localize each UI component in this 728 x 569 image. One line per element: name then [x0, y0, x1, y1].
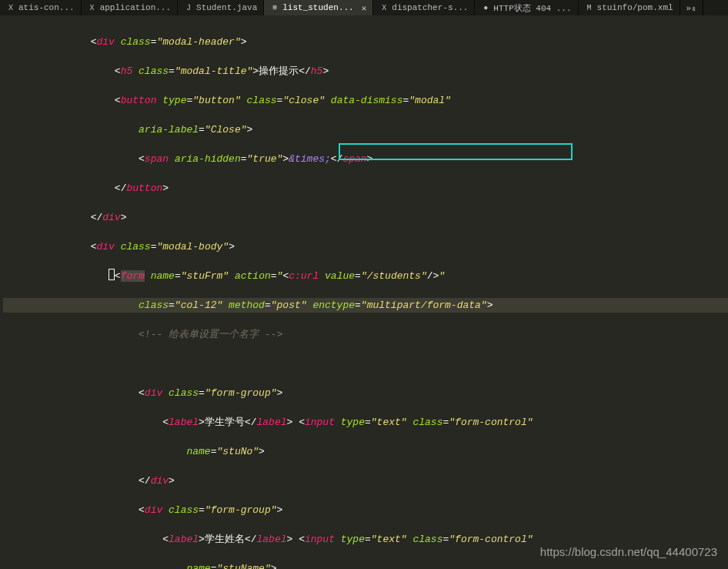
close-icon[interactable]: ✕ [362, 3, 367, 13]
tab-3[interactable]: ≡list_studen...✕ [264, 0, 373, 15]
tab-0[interactable]: Xatis-con... [0, 0, 82, 15]
jsp-icon: ≡ [270, 3, 279, 12]
xml-icon: X [379, 3, 389, 12]
cursor [109, 269, 115, 280]
code-editor[interactable]: <div class="modal-header"> <h5 class="mo… [0, 15, 728, 569]
xml-icon: X [88, 3, 97, 12]
xml-icon: X [6, 3, 15, 12]
tab-overflow[interactable]: »₈ [680, 0, 703, 15]
maven-icon: M [585, 3, 594, 12]
watermark: https://blog.csdn.net/qq_44400723 [540, 545, 717, 558]
tab-5[interactable]: ●HTTP状态 404 ... [475, 0, 578, 15]
editor-tabs: Xatis-con... Xapplication... JStudent.ja… [0, 0, 728, 15]
tab-1[interactable]: Xapplication... [82, 0, 178, 15]
java-icon: J [184, 3, 193, 12]
tab-2[interactable]: JStudent.java [178, 0, 264, 15]
tab-6[interactable]: Mstuinfo/pom.xml [579, 0, 680, 15]
tab-4[interactable]: Xdispatcher-s... [373, 0, 475, 15]
web-icon: ● [481, 3, 490, 12]
